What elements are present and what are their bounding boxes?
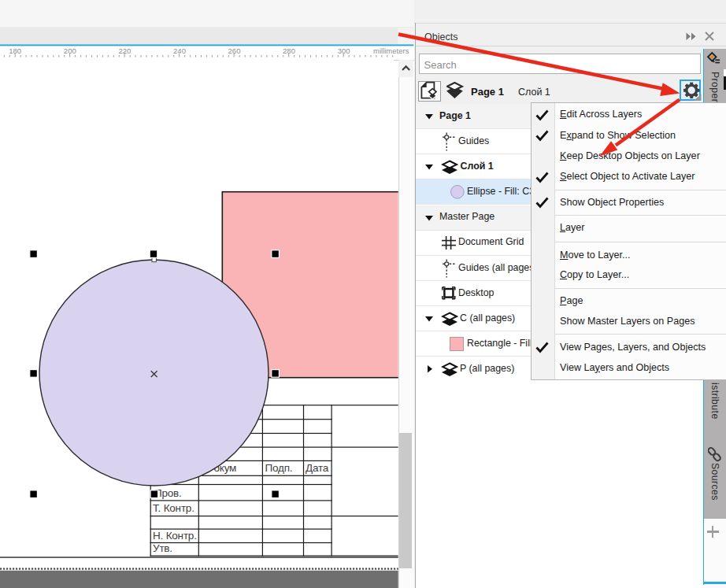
svg-text:Подп.: Подп.	[265, 462, 293, 474]
svg-text:Дата: Дата	[306, 462, 329, 474]
svg-text:Н. Контр.: Н. Контр.	[153, 530, 197, 542]
svg-text:Т. Контр.: Т. Контр.	[153, 502, 194, 514]
svg-text:Утв.: Утв.	[153, 542, 172, 554]
